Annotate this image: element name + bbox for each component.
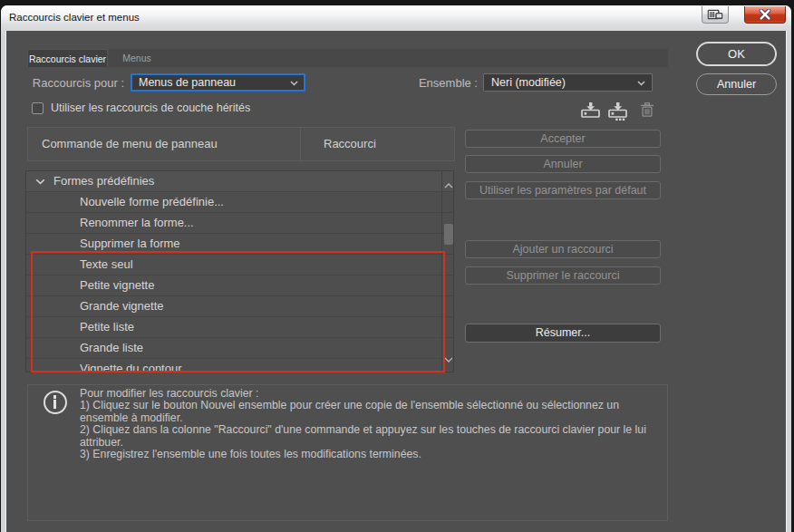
info-line: ensemble à modifier.	[80, 412, 660, 424]
row-label: Grande vignette	[26, 296, 453, 316]
column-command: Commande de menu de panneau	[42, 128, 218, 160]
legacy-shortcuts-checkbox[interactable]	[32, 102, 44, 114]
column-shortcut: Raccourci	[324, 128, 376, 160]
keyboard-window-icon	[708, 10, 723, 20]
list-row[interactable]: Grande liste	[26, 338, 453, 359]
shortcuts-for-value: Menus de panneau	[139, 76, 236, 89]
list-row[interactable]: Texte seul	[26, 255, 453, 276]
shortcuts-for-label: Raccourcis pour :	[28, 76, 124, 90]
scrollbar-thumb[interactable]	[444, 224, 453, 245]
save-new-set-icon	[608, 102, 628, 121]
set-label: Ensemble :	[387, 76, 478, 90]
scroll-down-icon[interactable]	[444, 357, 453, 363]
info-text: Pour modifier les raccourcis clavier : 1…	[80, 388, 660, 460]
info-line: 2) Cliquez dans la colonne "Raccourci" d…	[80, 424, 660, 436]
close-icon	[760, 9, 771, 20]
set-value: Neri (modifiée)	[491, 76, 566, 89]
set-select[interactable]: Neri (modifiée)	[483, 73, 653, 92]
list-row-group[interactable]: Formes prédéfinies	[26, 171, 453, 192]
scrollbar-track-border	[441, 171, 442, 372]
list-row[interactable]: Renommer la forme...	[26, 213, 453, 234]
list-row[interactable]: Nouvelle forme prédéfinie...	[26, 192, 453, 213]
add-shortcut-button[interactable]: Ajouter un raccourci	[465, 240, 661, 258]
shortcuts-for-select[interactable]: Menus de panneau	[131, 73, 305, 92]
row-label: Texte seul	[26, 255, 453, 275]
screenshot: Raccourcis clavier et menus Raccourcis c…	[0, 0, 794, 532]
scroll-up-icon[interactable]	[444, 183, 453, 189]
close-button[interactable]	[744, 6, 786, 24]
row-label: Renommer la forme...	[26, 213, 453, 233]
list-row[interactable]: Supprimer la forme	[26, 234, 453, 255]
info-line: 3) Enregistrez l'ensemble une fois toute…	[80, 449, 660, 460]
info-line: attribuer.	[80, 437, 660, 449]
delete-shortcut-button[interactable]: Supprimer le raccourci	[465, 266, 661, 285]
cancel-button[interactable]: Annuler	[696, 73, 777, 95]
save-set-icon	[581, 102, 600, 118]
save-new-set-button[interactable]	[608, 102, 630, 120]
window-icon-button[interactable]	[702, 6, 729, 24]
save-set-button[interactable]	[581, 102, 603, 120]
undo-button[interactable]: Annuler	[465, 155, 661, 173]
row-label: Supprimer la forme	[26, 234, 453, 254]
tab-menus[interactable]: Menus	[108, 49, 166, 67]
info-panel: Pour modifier les raccourcis clavier : 1…	[27, 384, 668, 521]
chevron-expanded-icon	[35, 179, 45, 185]
chevron-down-icon	[637, 81, 645, 86]
accept-button[interactable]: Accepter	[465, 130, 661, 148]
delete-set-icon	[640, 102, 654, 117]
info-line: Pour modifier les raccourcis clavier :	[80, 388, 660, 400]
delete-set-button[interactable]	[640, 102, 662, 120]
chevron-down-icon	[290, 81, 298, 86]
tab-raccourcis-clavier[interactable]: Raccourcis clavier	[27, 49, 108, 67]
shortcut-list: Formes prédéfinies Nouvelle forme prédéf…	[25, 170, 454, 372]
summarize-button[interactable]: Résumer...	[465, 324, 661, 343]
ok-button[interactable]: OK	[696, 42, 777, 66]
list-row[interactable]: Petite liste	[26, 317, 453, 338]
list-row[interactable]: Petite vignette	[26, 276, 453, 296]
table-header: Commande de menu de panneau Raccourci	[27, 127, 455, 161]
info-line: 1) Cliquez sur le bouton Nouvel ensemble…	[80, 400, 660, 411]
dialog-content: Raccourcis clavier Menus Raccourcis pour…	[6, 31, 786, 532]
use-defaults-button[interactable]: Utiliser les paramètres par défaut	[465, 181, 661, 199]
row-label: Vignette du contour	[26, 359, 453, 372]
info-icon	[44, 391, 67, 414]
info-icon-stem	[53, 400, 56, 409]
legacy-shortcuts-label: Utiliser les raccourcis de couche hérité…	[51, 102, 250, 115]
window-title: Raccourcis clavier et menus	[9, 12, 140, 23]
info-icon-dot	[53, 395, 56, 399]
shortcut-rows: Formes prédéfinies Nouvelle forme prédéf…	[26, 171, 453, 372]
row-label: Petite vignette	[26, 276, 453, 295]
row-label: Nouvelle forme prédéfinie...	[26, 192, 453, 212]
list-row[interactable]: Vignette du contour	[26, 359, 453, 372]
row-label: Petite liste	[26, 317, 453, 337]
row-label: Grande liste	[26, 338, 453, 358]
column-separator	[300, 128, 301, 160]
row-label: Formes prédéfinies	[26, 171, 453, 191]
title-bar[interactable]: Raccourcis clavier et menus	[1, 5, 791, 31]
list-row[interactable]: Grande vignette	[26, 296, 453, 317]
